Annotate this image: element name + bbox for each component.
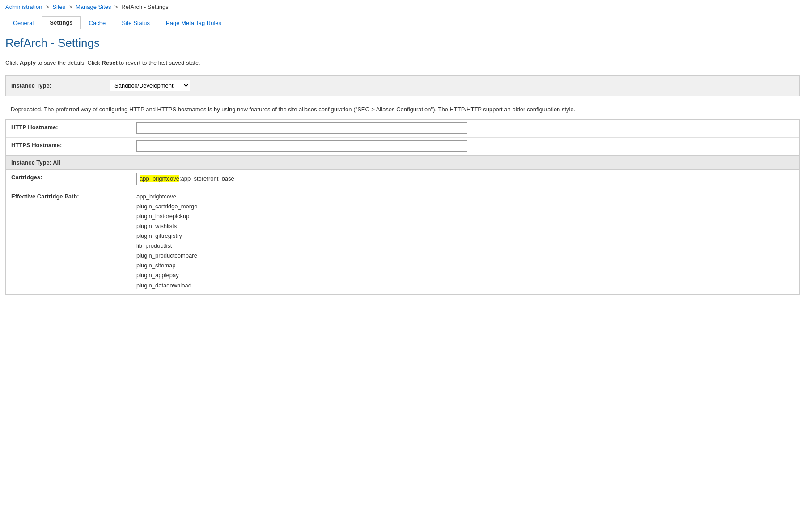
breadcrumb-sep-1: > [46, 4, 51, 10]
list-item: plugin_datadownload [136, 281, 794, 291]
breadcrumb-current: RefArch - Settings [121, 4, 169, 10]
list-item: plugin_sitemap [136, 261, 794, 270]
cartridges-display: app_brightcove:app_storefront_base [136, 173, 467, 185]
cartridges-label: Cartridges: [6, 170, 131, 189]
http-hostname-input[interactable] [136, 122, 467, 134]
main-content: Instance Type: Sandbox/Development Produ… [0, 72, 805, 302]
list-item: app_brightcove [136, 192, 794, 202]
cartridge-list: app_brightcove plugin_cartridge_merge pl… [136, 192, 794, 291]
page-title: RefArch - Settings [0, 29, 805, 54]
https-hostname-label: HTTPS Hostname: [6, 137, 131, 155]
tab-site-status[interactable]: Site Status [114, 17, 157, 29]
cartridges-value: app_brightcove:app_storefront_base [131, 170, 799, 189]
tab-settings[interactable]: Settings [42, 16, 80, 29]
instance-type-section: Instance Type: Sandbox/Development Produ… [5, 75, 800, 96]
cartridge-form-table: Cartridges: app_brightcove:app_storefron… [6, 170, 799, 294]
tab-page-meta-tag-rules[interactable]: Page Meta Tag Rules [158, 17, 229, 29]
breadcrumb-sites-link[interactable]: Sites [52, 4, 65, 10]
http-hostname-value [131, 120, 799, 138]
list-item: lib_productlist [136, 241, 794, 251]
instance-type-select[interactable]: Sandbox/Development Production Staging D… [110, 80, 190, 91]
tab-general[interactable]: General [5, 17, 41, 29]
instance-type-all-header: Instance Type: All [6, 155, 799, 170]
instance-type-label: Instance Type: [11, 82, 110, 89]
https-hostname-row: HTTPS Hostname: [6, 137, 799, 155]
deprecated-note: Deprecated. The preferred way of configu… [5, 100, 800, 119]
http-form-table: HTTP Hostname: HTTPS Hostname: [6, 120, 799, 155]
list-item: plugin_productcompare [136, 251, 794, 261]
https-hostname-value [131, 137, 799, 155]
list-item: plugin_instorepickup [136, 211, 794, 221]
apply-label: Apply [20, 59, 36, 66]
cartridges-highlighted-text: app_brightcove [140, 175, 179, 182]
http-section: HTTP Hostname: HTTPS Hostname: Instance … [5, 119, 800, 295]
cartridges-rest-text: :app_storefront_base [179, 175, 234, 182]
effective-cartridge-path-value: app_brightcove plugin_cartridge_merge pl… [131, 189, 799, 294]
breadcrumb-admin-link[interactable]: Administration [5, 4, 42, 10]
breadcrumb-manage-sites-link[interactable]: Manage Sites [76, 4, 111, 10]
list-item: plugin_applepay [136, 270, 794, 280]
https-hostname-input[interactable] [136, 140, 467, 152]
instance-type-row: Instance Type: Sandbox/Development Produ… [6, 76, 799, 96]
cartridges-row: Cartridges: app_brightcove:app_storefron… [6, 170, 799, 189]
effective-cartridge-path-row: Effective Cartridge Path: app_brightcove… [6, 189, 799, 294]
tabs-container: General Settings Cache Site Status Page … [0, 16, 805, 29]
list-item: plugin_giftregistry [136, 231, 794, 241]
breadcrumb: Administration > Sites > Manage Sites > … [0, 0, 805, 14]
list-item: plugin_cartridge_merge [136, 202, 794, 211]
list-item: plugin_wishlists [136, 221, 794, 231]
breadcrumb-sep-3: > [114, 4, 119, 10]
instructions: Click Apply to save the details. Click R… [0, 54, 805, 72]
tab-cache[interactable]: Cache [81, 17, 114, 29]
breadcrumb-sep-2: > [69, 4, 74, 10]
http-hostname-label: HTTP Hostname: [6, 120, 131, 138]
instance-type-value: Sandbox/Development Production Staging D… [110, 80, 794, 91]
http-hostname-row: HTTP Hostname: [6, 120, 799, 138]
reset-label: Reset [102, 59, 117, 66]
effective-cartridge-path-label: Effective Cartridge Path: [6, 189, 131, 294]
